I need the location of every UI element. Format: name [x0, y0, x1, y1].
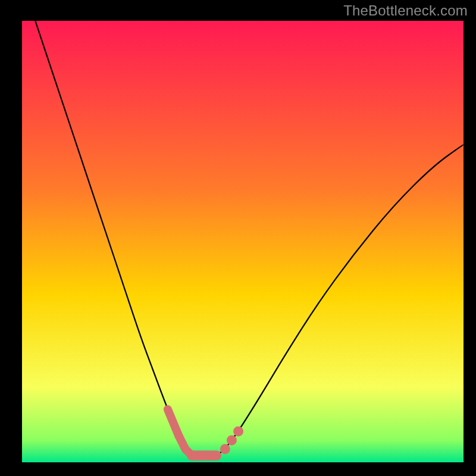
- marker-dot: [233, 427, 243, 437]
- bottleneck-chart: [0, 0, 476, 476]
- chart-canvas: TheBottleneck.com: [0, 0, 476, 476]
- plot-area: [22, 21, 464, 462]
- marker-dot: [227, 435, 237, 445]
- marker-dot: [220, 444, 230, 454]
- watermark-text: TheBottleneck.com: [343, 2, 468, 19]
